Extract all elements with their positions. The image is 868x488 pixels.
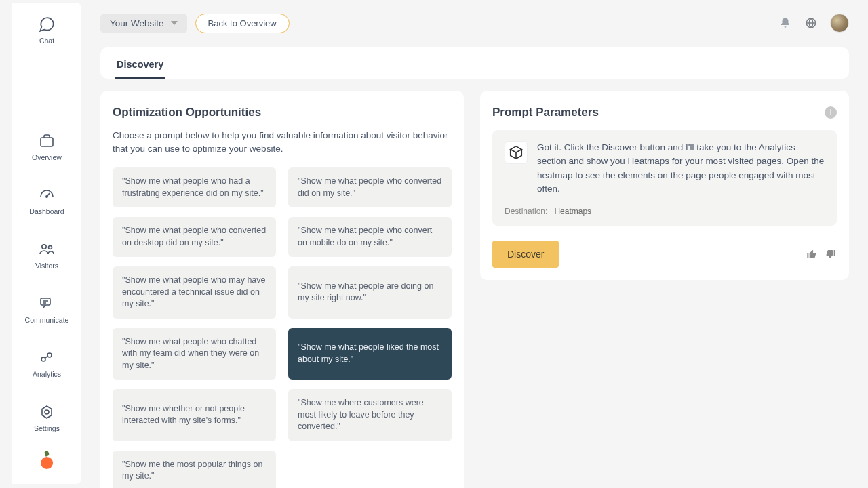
destination-label: Destination: xyxy=(505,207,547,216)
info-icon[interactable]: i xyxy=(825,106,837,119)
opportunities-panel: Optimization Opportunities Choose a prom… xyxy=(100,91,464,488)
svg-rect-0 xyxy=(41,138,53,146)
sidebar-item-visitors[interactable]: Visitors xyxy=(23,237,71,272)
tab-discovery[interactable]: Discovery xyxy=(115,51,165,79)
prompt-card[interactable]: "Show me what people who chatted with my… xyxy=(113,328,276,380)
prompt-card[interactable]: "Show me what people who had a frustrati… xyxy=(113,167,276,207)
destination-value: Heatmaps xyxy=(554,207,591,216)
sidebar-item-chat[interactable]: Chat xyxy=(23,12,71,47)
gauge-icon xyxy=(37,186,56,205)
prompt-card[interactable]: "Show me what people who may have encoun… xyxy=(113,266,276,319)
sidebar-item-label: Communicate xyxy=(25,316,69,324)
svg-rect-4 xyxy=(41,298,50,305)
prompt-card[interactable]: "Show me what people liked the most abou… xyxy=(288,328,452,380)
cube-icon xyxy=(505,141,528,164)
prompt-card[interactable]: "Show me what people who converted on de… xyxy=(113,217,276,257)
prompt-card[interactable]: "Show me what people who convert on mobi… xyxy=(288,217,452,257)
bell-icon[interactable] xyxy=(778,16,792,30)
opportunities-description: Choose a prompt below to help you find v… xyxy=(113,129,452,155)
sidebar-item-dashboard[interactable]: Dashboard xyxy=(23,183,71,218)
thumbs-down-icon[interactable] xyxy=(825,248,837,260)
sidebar-item-label: Chat xyxy=(39,37,54,45)
prompt-grid: "Show me what people who had a frustrati… xyxy=(113,167,452,488)
opportunities-title: Optimization Opportunities xyxy=(113,106,452,119)
response-text: Got it. Click the Discover button and I'… xyxy=(537,141,825,196)
prompt-card[interactable]: "Show me whether or not people interacte… xyxy=(113,389,276,441)
analytics-icon xyxy=(37,348,56,367)
prompt-card[interactable]: "Show me what people who converted did o… xyxy=(288,167,452,207)
sidebar-item-communicate[interactable]: Communicate xyxy=(23,291,71,327)
svg-point-1 xyxy=(46,196,47,197)
tabs: Discovery xyxy=(100,47,849,79)
site-selector-label: Your Website xyxy=(110,18,164,28)
sidebar-item-label: Settings xyxy=(34,424,60,432)
sidebar-item-label: Analytics xyxy=(33,370,61,378)
sidebar-item-label: Visitors xyxy=(35,262,58,270)
svg-marker-7 xyxy=(42,406,52,418)
globe-icon[interactable] xyxy=(804,16,818,30)
sidebar: Chat Overview Dashboard Visitors Commun xyxy=(12,3,81,484)
svg-point-3 xyxy=(49,246,52,249)
thumbs-up-icon[interactable] xyxy=(806,248,818,260)
app-logo xyxy=(41,451,53,469)
sidebar-item-label: Overview xyxy=(32,153,62,161)
parameters-title: Prompt Parameters xyxy=(492,106,599,119)
settings-icon xyxy=(37,403,56,422)
sidebar-item-settings[interactable]: Settings xyxy=(23,400,71,435)
prompt-card[interactable]: "Show me what people are doing on my sit… xyxy=(288,266,452,319)
response-box: Got it. Click the Discover button and I'… xyxy=(492,130,837,226)
svg-point-8 xyxy=(45,410,49,414)
communicate-icon xyxy=(37,294,56,313)
topbar: Your Website Back to Overview xyxy=(100,8,849,38)
prompt-card[interactable]: "Show me where customers were most likel… xyxy=(288,389,452,441)
briefcase-icon xyxy=(37,131,56,150)
svg-point-5 xyxy=(41,357,45,361)
discover-button[interactable]: Discover xyxy=(492,241,559,268)
site-selector[interactable]: Your Website xyxy=(100,14,187,33)
chevron-down-icon xyxy=(171,21,178,25)
back-to-overview-button[interactable]: Back to Overview xyxy=(195,14,290,33)
main-area: Your Website Back to Overview Discovery … xyxy=(81,0,868,488)
parameters-panel: Prompt Parameters i Got it. Click the Di… xyxy=(480,91,849,280)
sidebar-item-overview[interactable]: Overview xyxy=(23,129,71,164)
avatar[interactable] xyxy=(830,14,849,33)
sidebar-item-analytics[interactable]: Analytics xyxy=(23,346,71,381)
sidebar-item-label: Dashboard xyxy=(29,207,64,216)
destination-row: Destination: Heatmaps xyxy=(505,207,825,216)
prompt-card[interactable]: "Show me the most popular things on my s… xyxy=(113,451,276,488)
chat-icon xyxy=(37,15,56,34)
svg-point-2 xyxy=(42,245,46,249)
people-icon xyxy=(37,240,56,259)
